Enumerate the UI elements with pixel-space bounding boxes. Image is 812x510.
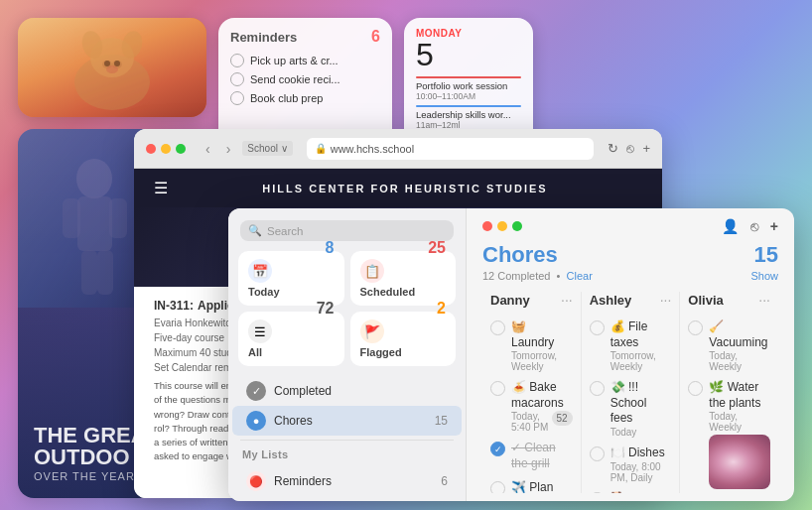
browser-url-bar[interactable]: 🔒 www.hchs.school — [307, 138, 595, 160]
smart-list-all-row: ☰ 72 — [248, 319, 335, 346]
chores-title: Chores — [482, 242, 558, 268]
task-clean-grill: ✓ Clean the grill — [490, 441, 573, 471]
completed-list-item[interactable]: ✓ Completed — [232, 376, 462, 406]
event-title-2: Leadership skills wor... — [416, 109, 521, 120]
plants-sub: Today, Weekly — [709, 411, 770, 433]
forward-button[interactable]: › — [222, 139, 235, 159]
chores-total: 15 — [754, 242, 778, 268]
dishes-checkbox[interactable] — [590, 446, 605, 461]
danny-more-icon[interactable]: ··· — [561, 292, 573, 308]
dishes-sub: Today, 8:00 PM, Daily — [610, 461, 672, 483]
smart-list-flagged[interactable]: 🚩 2 Flagged — [350, 312, 457, 366]
flower-inner — [709, 435, 770, 489]
dog-photo-widget — [18, 18, 206, 117]
smart-list-today[interactable]: 📅 8 Today — [238, 251, 344, 306]
vacuuming-checkbox[interactable] — [688, 320, 703, 335]
reminders-list-name: Reminders — [274, 474, 433, 488]
reminders-sidebar: 🔍 Search 📅 8 Today 📋 25 Scheduled — [228, 208, 467, 501]
today-icon: 📅 — [248, 259, 272, 283]
maximize-button[interactable] — [176, 144, 186, 154]
today-count: 8 — [326, 239, 335, 257]
reminders-titlebar: 👤 ⎋ + — [467, 208, 794, 234]
list-family[interactable]: 🔵 Family 7 — [232, 496, 462, 501]
smart-list-flagged-row: 🚩 2 — [360, 319, 447, 346]
cake-checkbox[interactable] — [590, 492, 605, 493]
fees-checkbox[interactable] — [590, 381, 605, 396]
all-label: All — [248, 346, 335, 358]
divider-1 — [240, 440, 454, 441]
calendar-event-1: Portfolio work session 10:00–11:00AM — [416, 76, 521, 101]
italy-checkbox[interactable] — [490, 481, 505, 493]
task-dishes: 🍽️ Dishes Today, 8:00 PM, Daily — [590, 446, 672, 483]
macarons-checkbox[interactable] — [490, 381, 505, 396]
svg-rect-11 — [77, 196, 112, 251]
grill-body: ✓ Clean the grill — [511, 441, 573, 471]
chores-list-count: 15 — [435, 414, 448, 428]
today-label: Today — [248, 286, 335, 298]
ashley-column: Ashley ··· 💰 File taxes Tomorrow, Weekly — [582, 292, 681, 493]
smart-list-scheduled-row: 📋 25 — [360, 259, 447, 286]
add-tab-icon[interactable]: + — [642, 141, 650, 156]
reminder-circle-2 — [230, 72, 244, 86]
grill-checkbox[interactable] — [490, 442, 505, 456]
chores-list-item[interactable]: ● Chores 15 — [232, 406, 462, 436]
task-water-plants: 🌿 Water the plants Today, Weekly — [688, 380, 770, 489]
taxes-title: 💰 File taxes — [610, 319, 672, 350]
ashley-more-icon[interactable]: ··· — [660, 292, 672, 308]
reminders-list-icon: 🔴 — [246, 471, 266, 491]
dog-image — [18, 18, 206, 117]
taxes-checkbox[interactable] — [590, 320, 605, 335]
browser-navigation: ‹ › — [202, 139, 234, 159]
task-bake-macarons: 🍝 Bake macarons 52 Today, 5:40 PM — [490, 380, 573, 433]
clear-link[interactable]: Clear — [567, 270, 593, 282]
olivia-name: Olivia — [688, 293, 723, 308]
task-file-taxes: 💰 File taxes Tomorrow, Weekly — [590, 319, 672, 372]
url-text: www.hchs.school — [331, 143, 414, 155]
scheduled-label: Scheduled — [360, 286, 447, 298]
danny-column: Danny ··· 🧺 Laundry Tomorrow, Weekly — [482, 292, 582, 493]
reminder-item-3: Book club prep — [230, 91, 380, 105]
smart-lists-grid: 📅 8 Today 📋 25 Scheduled ☰ 72 All — [228, 251, 466, 376]
dog-svg-art — [63, 23, 162, 112]
minimize-button[interactable] — [161, 144, 171, 154]
all-icon: ☰ — [248, 319, 272, 343]
show-button[interactable]: Show — [750, 270, 778, 282]
hamburger-menu-icon[interactable]: ☰ — [154, 179, 168, 197]
laundry-checkbox[interactable] — [490, 320, 505, 335]
add-icon[interactable]: + — [770, 218, 778, 234]
person-icon[interactable]: 👤 — [722, 218, 739, 234]
macarons-count: 52 — [552, 411, 573, 426]
svg-point-7 — [114, 61, 120, 66]
task-school-fees: 💸 !!! School fees Today — [590, 380, 672, 438]
refresh-icon[interactable]: ↻ — [608, 141, 618, 156]
reminders-list-count: 6 — [441, 474, 448, 488]
olivia-more-icon[interactable]: ··· — [758, 292, 770, 308]
reminders-close-button[interactable] — [482, 221, 492, 231]
share-icon[interactable]: ⎋ — [626, 141, 634, 156]
share-icon[interactable]: ⎋ — [750, 218, 758, 234]
reminder-item-1: Pick up arts & cr... — [230, 54, 380, 67]
olivia-column-header: Olivia ··· — [688, 292, 770, 312]
grill-title: ✓ Clean the grill — [511, 441, 573, 471]
chores-columns: Danny ··· 🧺 Laundry Tomorrow, Weekly — [482, 292, 778, 493]
course-code: IN-311: — [154, 299, 194, 313]
close-button[interactable] — [146, 144, 156, 154]
svg-point-8 — [106, 65, 118, 73]
event-bar-1 — [416, 76, 521, 78]
plants-checkbox[interactable] — [688, 381, 703, 396]
fees-body: 💸 !!! School fees Today — [610, 380, 672, 438]
event-bar-2 — [416, 105, 521, 107]
reminder-text-3: Book club prep — [250, 92, 323, 104]
smart-list-all[interactable]: ☰ 72 All — [238, 312, 344, 366]
list-reminders[interactable]: 🔴 Reminders 6 — [232, 466, 462, 496]
browser-action-icons: ↻ ⎋ + — [608, 141, 650, 156]
smart-list-scheduled[interactable]: 📋 25 Scheduled — [350, 251, 457, 306]
completed-meta-count: 12 Completed — [482, 270, 551, 282]
reminders-maximize-button[interactable] — [512, 221, 522, 231]
smart-list-today-row: 📅 8 — [248, 259, 335, 286]
macarons-body: 🍝 Bake macarons 52 Today, 5:40 PM — [511, 380, 573, 433]
reminders-minimize-button[interactable] — [497, 221, 507, 231]
reminders-search-bar[interactable]: 🔍 Search — [240, 220, 454, 241]
vacuuming-body: 🧹 Vacuuming Today, Weekly — [709, 319, 770, 372]
back-button[interactable]: ‹ — [202, 139, 214, 159]
